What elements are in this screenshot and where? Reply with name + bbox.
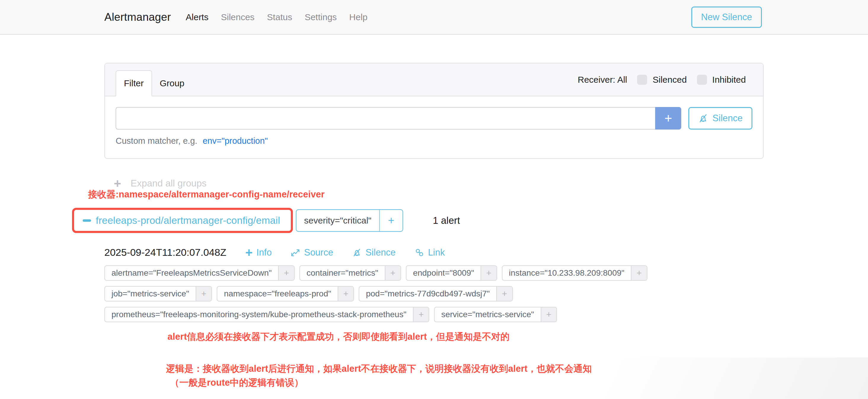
matcher-hint: Custom matcher, e.g. env="production" [116,136,752,146]
alert-count: 1 alert [433,215,460,226]
alert-info-label: Info [256,247,272,258]
annotation-note-1: alert信息必须在接收器下才表示配置成功，否则即使能看到alert，但是通知是… [167,331,509,343]
group-filter-tag: severity="critical" + [296,209,403,232]
alert-meta-row: 2025-09-24T11:20:07.048Z + Info Source [104,247,764,258]
filter-panel: Filter Group Receiver: All Silenced Inhi… [104,63,764,159]
label-tag-container: container="metrics" + [300,265,401,281]
group-filter-tag-label: severity="critical" [297,210,379,231]
label-tag-text: instance="10.233.98.209:8009" [502,266,631,280]
group-filter-tag-plus-button[interactable]: + [379,210,403,231]
silenced-checkbox[interactable] [637,75,647,85]
annotation-highlight-box: freeleaps-prod/alertmanager-config/email [72,208,293,233]
matcher-input[interactable] [116,107,655,129]
annotation-note-2: 逻辑是：接收器收到alert后进行通知，如果alert不在接收器下，说明接收器没… [166,362,764,390]
label-tag-plus-button[interactable]: + [196,287,212,301]
nav-links: Alerts Silences Status Settings Help [186,12,368,22]
matcher-hint-text: Custom matcher, e.g. [116,136,197,146]
label-tag-plus-button[interactable]: + [413,307,429,321]
filter-tabs: Filter Group [116,63,192,96]
annotation-receiver-path: 接收器:namespace/altermanager-config-name/r… [88,188,324,201]
label-tag-endpoint: endpoint="8009" + [406,265,497,281]
nav-item-settings[interactable]: Settings [305,12,337,22]
alert-silence-label: Silence [366,247,396,258]
chart-line-icon [291,248,300,257]
silenced-checkbox-group: Silenced [637,75,687,85]
label-tag-plus-button[interactable]: + [541,307,557,321]
label-tag-job: job="metrics-service" + [104,286,212,302]
new-silence-button[interactable]: New Silence [691,6,762,28]
alert-link-button[interactable]: Link [415,247,445,258]
label-tag-plus-button[interactable]: + [631,266,647,280]
filter-panel-body: + Silence Custom matcher, e.g. env="prod… [105,96,763,158]
annotation-note-2-line2: （一般是route中的逻辑有错误） [166,376,764,390]
label-tag-plus-button[interactable]: + [480,266,497,280]
alert-timestamp: 2025-09-24T11:20:07.048Z [104,247,226,258]
alert-link-label: Link [428,247,445,258]
navbar: Alertmanager Alerts Silences Status Sett… [0,0,868,35]
alert-label-row: alertname="FreeleapsMetricsServiceDown" … [104,265,764,281]
main-content: Filter Group Receiver: All Silenced Inhi… [104,63,764,390]
tab-group[interactable]: Group [152,71,192,96]
alert-labels: alertname="FreeleapsMetricsServiceDown" … [104,265,764,322]
label-tag-text: job="metrics-service" [105,287,196,301]
alert-source-link[interactable]: Source [291,247,333,258]
receiver-group-link[interactable]: freeleaps-prod/alertmanager-config/email [96,215,280,226]
nav-item-status[interactable]: Status [267,12,292,22]
alert-silence-button[interactable]: Silence [352,247,396,258]
label-tag-namespace: namespace="freeleaps-prod" + [217,286,354,302]
alert-source-label: Source [304,247,333,258]
silenced-checkbox-label: Silenced [652,75,687,85]
collapse-minus-icon [83,219,91,222]
matcher-hint-example-link[interactable]: env="production" [203,136,268,146]
matcher-input-row: + Silence [116,107,752,129]
filter-header-controls: Receiver: All Silenced Inhibited [578,63,746,96]
label-tag-plus-button[interactable]: + [338,287,354,301]
nav-item-silences[interactable]: Silences [221,12,254,22]
label-tag-alertname: alertname="FreeleapsMetricsServiceDown" … [104,265,295,281]
label-tag-text: namespace="freeleaps-prod" [217,287,338,301]
silence-filter-button[interactable]: Silence [688,107,752,129]
bell-slash-icon [352,248,362,257]
annotation-note-2-line1: 逻辑是：接收器收到alert后进行通知，如果alert不在接收器下，说明接收器没… [166,362,764,376]
label-tag-text: service="metrics-service" [435,307,540,321]
label-tag-text: endpoint="8009" [406,266,480,280]
app-brand[interactable]: Alertmanager [104,11,171,23]
nav-item-help[interactable]: Help [349,12,368,22]
receiver-filter-label[interactable]: Receiver: All [578,75,627,85]
inhibited-checkbox-label: Inhibited [712,75,746,85]
label-tag-text: pod="metrics-77d9cdb497-wdsj7" [359,287,496,301]
tab-filter[interactable]: Filter [116,70,152,96]
inhibited-checkbox[interactable] [697,75,707,85]
label-tag-prometheus: prometheus="freeleaps-monitoring-system/… [104,307,429,322]
inhibited-checkbox-group: Inhibited [697,75,746,85]
alert-info-button[interactable]: + Info [245,247,272,258]
label-tag-instance: instance="10.233.98.209:8009" + [502,265,647,281]
receiver-group-row: freeleaps-prod/alertmanager-config/email… [72,208,764,233]
label-tag-pod: pod="metrics-77d9cdb497-wdsj7" + [359,286,513,302]
link-icon [415,248,424,257]
alert-label-row: job="metrics-service" + namespace="freel… [104,286,764,302]
label-tag-text: alertname="FreeleapsMetricsServiceDown" [105,266,278,280]
label-tag-plus-button[interactable]: + [278,266,294,280]
label-tag-plus-button[interactable]: + [385,266,401,280]
bell-slash-icon [698,113,708,123]
silence-filter-button-label: Silence [712,113,743,124]
nav-item-alerts[interactable]: Alerts [186,12,209,22]
add-matcher-button[interactable]: + [655,107,681,129]
label-tag-text: prometheus="freeleaps-monitoring-system/… [105,307,413,321]
expand-all-groups-label: Expand all groups [131,178,207,189]
expand-all-groups[interactable]: + Expand all groups [104,178,207,189]
alert-detail: 2025-09-24T11:20:07.048Z + Info Source [104,247,764,322]
label-tag-plus-button[interactable]: + [496,287,512,301]
filter-panel-header: Filter Group Receiver: All Silenced Inhi… [105,63,763,96]
label-tag-text: container="metrics" [300,266,385,280]
label-tag-service: service="metrics-service" + [434,307,557,322]
alert-label-row: prometheus="freeleaps-monitoring-system/… [104,307,764,322]
